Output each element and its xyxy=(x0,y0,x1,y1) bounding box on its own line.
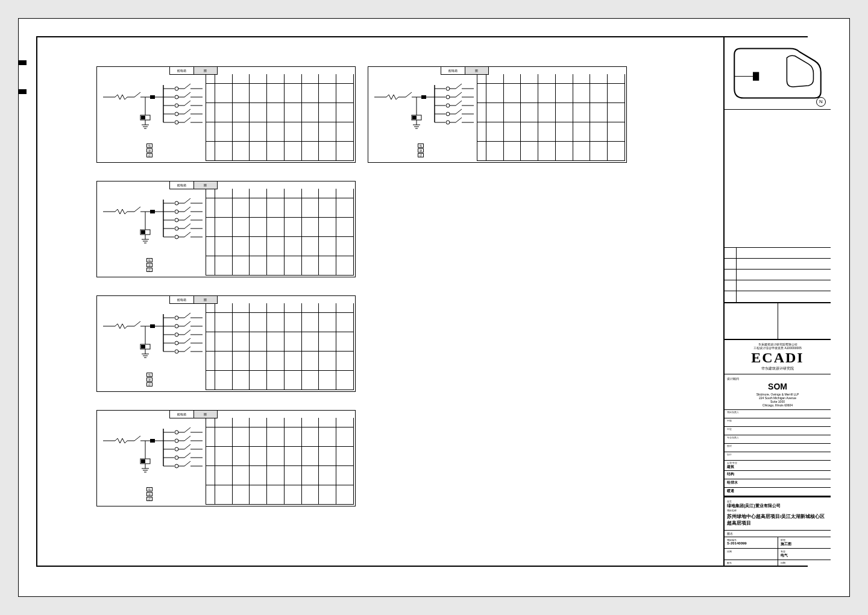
circuit-diagram xyxy=(103,429,206,484)
svg-line-41 xyxy=(134,207,140,212)
circuit-table xyxy=(206,303,354,390)
circuit-table-grid xyxy=(206,189,354,276)
svg-point-64 xyxy=(175,218,178,222)
block-header-b: 图 xyxy=(194,411,218,418)
signature-field: 专业负责人 xyxy=(725,435,831,444)
signature-field: 会签/专业建筑 xyxy=(725,461,831,471)
svg-line-119 xyxy=(134,436,140,441)
signature-field: 暖通 xyxy=(725,488,831,496)
signature-field: 给排水 xyxy=(725,479,831,488)
keyplan-outline xyxy=(728,41,827,106)
field-label: 校对 xyxy=(727,444,828,447)
svg-line-115 xyxy=(184,347,190,352)
signature-field: 设计 xyxy=(725,452,831,461)
block-header-a: 配电箱 xyxy=(441,67,465,74)
svg-point-98 xyxy=(175,324,178,328)
client-name: 绿地集团(吴江)置业有限公司 xyxy=(727,503,828,509)
field-label: 审核 xyxy=(727,419,828,422)
svg-point-35 xyxy=(175,121,178,124)
svg-line-32 xyxy=(184,109,190,114)
svg-point-30 xyxy=(175,112,178,116)
revision-row xyxy=(725,248,831,259)
consultant-label: 设计顾问 xyxy=(727,377,828,380)
svg-line-95 xyxy=(184,313,190,318)
rev-desc xyxy=(737,259,831,269)
svg-rect-87 xyxy=(141,345,145,348)
revision-row xyxy=(725,280,831,291)
firm-logo-text: ECADI xyxy=(727,350,828,366)
circuit-diagram xyxy=(103,314,206,370)
svg-point-20 xyxy=(175,95,178,99)
disc-cell: 专业 电气 xyxy=(778,549,831,560)
svg-line-193 xyxy=(456,118,462,122)
date-cell: 日期 xyxy=(778,560,831,566)
svg-rect-4 xyxy=(150,95,155,99)
source-badge: 电源进 xyxy=(146,373,153,386)
block-header-a: 配电箱 xyxy=(170,411,194,418)
svg-line-158 xyxy=(406,92,412,97)
badge-char: 源 xyxy=(146,263,153,267)
bottom-row-1: 项目编号 S-20140099 阶段 施工图 xyxy=(725,537,831,548)
rev-desc xyxy=(737,280,831,291)
svg-point-147 xyxy=(175,456,178,459)
badge-char: 源 xyxy=(146,377,153,382)
rev-no xyxy=(725,259,737,269)
block-header: 配电箱图 xyxy=(169,295,218,304)
keyplan: N xyxy=(725,37,831,110)
svg-line-61 xyxy=(184,207,190,212)
field-label: 审定 xyxy=(727,427,828,430)
circuit-table-grid xyxy=(206,418,354,505)
svg-line-66 xyxy=(184,215,190,220)
svg-point-93 xyxy=(175,316,178,320)
badge-char: 进 xyxy=(146,268,153,272)
scale-cell: 比例 xyxy=(725,549,778,560)
svg-rect-126 xyxy=(141,459,145,463)
svg-point-142 xyxy=(175,447,178,451)
svg-line-37 xyxy=(184,118,190,122)
source-badge: 电源进 xyxy=(146,258,153,272)
badge-char: 进 xyxy=(146,497,153,501)
badge-char: 电 xyxy=(146,487,153,491)
revision-row xyxy=(725,259,831,270)
badge-char: 进 xyxy=(418,153,424,157)
disc-val: 电气 xyxy=(781,553,829,558)
signature-field: 项目负责人 xyxy=(725,410,831,418)
svg-point-181 xyxy=(446,104,450,107)
svg-line-178 xyxy=(456,92,462,97)
edge-labels: 图纸 说明 xyxy=(18,60,33,118)
badge-char: 电 xyxy=(146,373,153,377)
consultant-addr4: Chicago, Illinois 60604 xyxy=(727,403,828,407)
svg-rect-43 xyxy=(150,210,155,213)
rev-no xyxy=(725,291,737,302)
circuit-table xyxy=(477,74,625,161)
svg-line-17 xyxy=(184,84,190,89)
svg-point-54 xyxy=(175,201,178,205)
project-no-cell: 项目编号 S-20140099 xyxy=(725,537,778,548)
svg-point-74 xyxy=(175,235,178,239)
signature-fields: 项目负责人审核审定专业负责人校对设计会签/专业建筑结构给排水暖通 xyxy=(725,409,831,496)
consultant-block: 设计顾问 SOM Skidmore, Owings & Merrill LLP … xyxy=(725,374,831,409)
svg-point-137 xyxy=(175,439,178,443)
badge-char: 进 xyxy=(146,153,153,157)
svg-line-27 xyxy=(184,101,190,106)
schematic-block: 配电箱图 xyxy=(96,181,356,277)
source-badge: 电源进 xyxy=(146,144,153,157)
svg-point-171 xyxy=(446,87,450,90)
badge-char: 电 xyxy=(418,144,424,148)
field-label: 项目负责人 xyxy=(727,411,828,414)
svg-line-154 xyxy=(184,461,190,466)
project-name: 苏州绿地中心超高层项目/吴江太湖新城核心区超高层项目 xyxy=(727,512,828,528)
edge-label-1: 图纸 xyxy=(18,60,27,65)
project-info: 业主 绿地集团(吴江)置业有限公司 项目名称 苏州绿地中心超高层项目/吴江太湖新… xyxy=(725,496,831,530)
block-header: 配电箱图 xyxy=(169,181,218,189)
circuit-table-grid xyxy=(477,74,625,161)
revision-row xyxy=(725,291,831,302)
svg-point-103 xyxy=(175,333,178,336)
svg-line-144 xyxy=(184,444,190,449)
circuit-table xyxy=(206,74,354,161)
block-header: 配电箱图 xyxy=(169,66,218,75)
svg-line-105 xyxy=(184,330,190,335)
circuit-table xyxy=(206,189,354,276)
sheet-label: 图名 xyxy=(727,532,733,535)
circuit-table-grid xyxy=(206,303,354,390)
